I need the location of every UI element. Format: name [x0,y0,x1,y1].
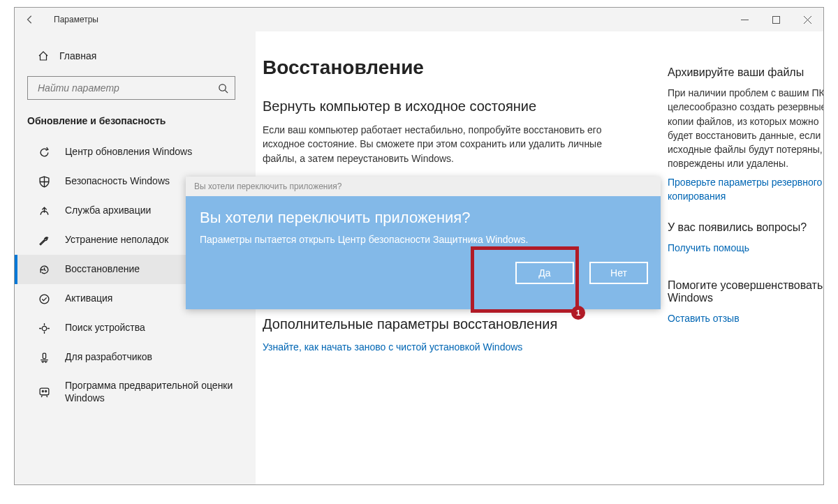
dialog-message: Параметры пытается открыть Центр безопас… [200,234,647,245]
dialog-yes-button[interactable]: Да [515,262,574,284]
fresh-start-link[interactable]: Узнайте, как начать заново с чистой уста… [263,341,522,353]
right-heading-backup: Архивируйте ваши файлы [668,66,824,79]
section-title: Дополнительные параметры восстановления [263,316,633,332]
sidebar-item-label: Центр обновления Windows [65,146,192,158]
home-icon [37,50,50,62]
right-heading-feedback: Помогите усовершенствовать Windows [668,279,824,304]
sidebar-item-update[interactable]: Центр обновления Windows [15,138,245,167]
dialog-body: Вы хотели переключить приложения? Параме… [186,196,661,309]
svg-point-3 [42,326,46,330]
shield-icon [37,175,51,188]
get-help-link[interactable]: Получить помощь [668,242,749,253]
insider-icon [37,385,51,399]
sidebar-item-label: Безопасность Windows [65,175,170,188]
developer-icon [37,350,51,364]
minimize-button[interactable] [729,8,760,31]
sidebar-item-label: Служба архивации [65,205,151,217]
svg-rect-5 [40,388,49,395]
svg-rect-0 [773,16,780,23]
sidebar-item-label: Активация [65,292,112,305]
sidebar-item-home[interactable]: Главная [15,45,245,66]
sidebar-item-label: Для разработчиков [65,351,152,364]
svg-point-7 [45,390,46,392]
svg-rect-4 [43,353,45,358]
sidebar-item-find-device[interactable]: Поиск устройства [15,313,245,343]
history-icon [37,262,51,276]
refresh-icon [37,145,51,159]
maximize-button[interactable] [760,8,792,31]
dialog-caption: Вы хотели переключить приложения? [186,177,661,191]
section-title: Вернуть компьютер в исходное состояние [263,98,633,114]
svg-point-2 [40,295,49,304]
section-reset: Вернуть компьютер в исходное состояние Е… [263,98,633,165]
sidebar-item-developers[interactable]: Для разработчиков [15,343,245,372]
right-column: Архивируйте ваши файлы При наличии пробл… [668,57,824,470]
window-controls [729,8,823,31]
close-button[interactable] [792,8,823,31]
right-heading-questions: У вас появились вопросы? [668,221,824,234]
search-input[interactable] [36,82,216,94]
app-switch-dialog: Вы хотели переключить приложения? Вы хот… [186,177,661,309]
dialog-buttons: Да Нет [515,262,648,284]
search-box[interactable] [27,76,235,100]
sidebar-category: Обновление и безопасность [15,112,245,131]
page-title: Восстановление [263,57,633,79]
settings-window: Параметры Главная Обновлен [14,7,824,485]
wrench-icon [37,233,51,247]
dialog-title: Вы хотели переключить приложения? [200,209,647,227]
sidebar-item-label: Программа предварительной оценки Windows [65,380,238,404]
svg-point-6 [42,390,43,392]
close-icon [804,16,811,24]
section-body: Если ваш компьютер работает нестабильно,… [263,123,633,165]
sidebar-item-label: Поиск устройства [65,322,145,334]
sidebar-item-label: Устранение неполадок [65,234,168,246]
backup-icon [37,204,51,218]
backup-settings-link[interactable]: Проверьте параметры резервного копирован… [668,177,822,202]
svg-point-1 [219,84,225,90]
minimize-icon [741,16,749,24]
section-more-recovery: Дополнительные параметры восстановления … [263,316,633,353]
maximize-icon [772,16,780,24]
titlebar: Параметры [15,8,823,31]
sidebar-home-label: Главная [59,50,96,61]
search-icon [216,82,229,94]
dialog-no-button[interactable]: Нет [589,262,648,284]
location-icon [37,321,51,335]
feedback-link[interactable]: Оставить отзыв [668,313,740,324]
sidebar-item-insider[interactable]: Программа предварительной оценки Windows [15,372,245,412]
arrow-left-icon [25,15,35,24]
sidebar-item-label: Восстановление [65,263,140,276]
window-title: Параметры [54,15,98,24]
check-circle-icon [37,292,51,306]
right-body-backup: При наличии проблем с вашим ПК целесообр… [668,86,824,171]
back-button[interactable] [22,11,38,28]
